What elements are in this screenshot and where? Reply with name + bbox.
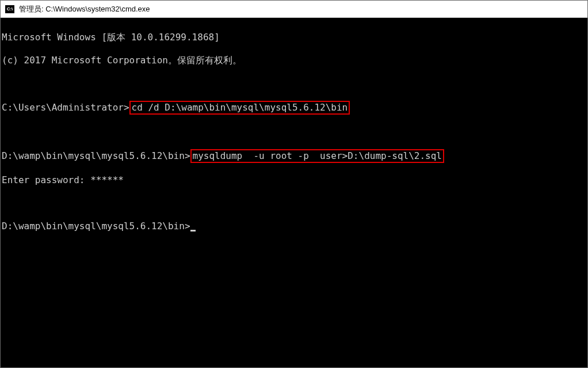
password-prompt-label: Enter password: xyxy=(2,174,90,185)
terminal-blank-line xyxy=(2,126,586,138)
terminal-pane[interactable]: Microsoft Windows [版本 10.0.16299.1868] (… xyxy=(1,18,587,367)
terminal-line: D:\wamp\bin\mysql\mysql5.6.12\bin> xyxy=(2,221,586,232)
terminal-blank-line xyxy=(2,198,586,209)
terminal-blank-line xyxy=(2,78,586,89)
prompt-text: D:\wamp\bin\mysql\mysql5.6.12\bin> xyxy=(2,150,190,161)
terminal-line: D:\wamp\bin\mysql\mysql5.6.12\bin>mysqld… xyxy=(2,149,586,163)
window-title: 管理员: C:\Windows\system32\cmd.exe xyxy=(19,4,150,14)
highlighted-command: mysqldump -u root -p user>D:\dump-sql\2.… xyxy=(190,149,444,163)
cursor xyxy=(190,230,196,232)
terminal-line: Enter password: ****** xyxy=(2,174,586,186)
terminal-line: Microsoft Windows [版本 10.0.16299.1868] xyxy=(2,32,586,43)
highlighted-command: cd /d D:\wamp\bin\mysql\mysql5.6.12\bin xyxy=(129,101,350,115)
prompt-text: D:\wamp\bin\mysql\mysql5.6.12\bin> xyxy=(2,221,190,232)
password-mask: ****** xyxy=(90,174,124,185)
cmd-icon: C:\ xyxy=(5,5,14,13)
terminal-line: C:\Users\Administrator>cd /d D:\wamp\bin… xyxy=(2,101,586,115)
title-bar[interactable]: C:\ 管理员: C:\Windows\system32\cmd.exe xyxy=(1,1,587,18)
terminal-line: (c) 2017 Microsoft Corporation。保留所有权利。 xyxy=(2,55,586,66)
prompt-text: C:\Users\Administrator> xyxy=(2,102,129,113)
